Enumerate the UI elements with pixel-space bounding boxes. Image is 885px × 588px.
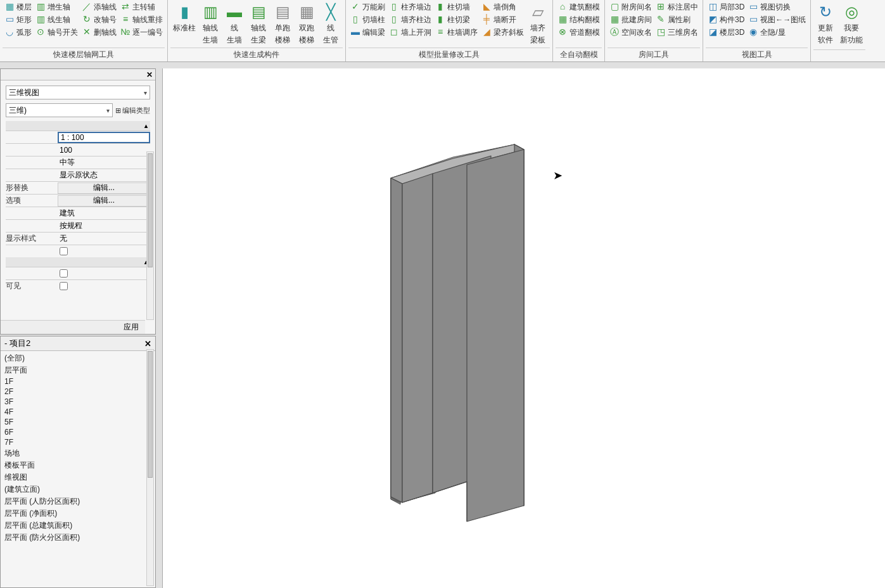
scrollbar[interactable] [146, 151, 154, 320]
btn-floor[interactable]: ▦楼层 [4, 1, 32, 13]
btn-batch-room[interactable]: ▦批建房间 [609, 14, 652, 25]
btn-brush[interactable]: ✓万能刷 [350, 1, 385, 13]
group-header[interactable]: ▴ [6, 121, 150, 131]
btn-axis-beam[interactable]: ▤轴线生梁 [246, 1, 271, 47]
checkbox-cell[interactable] [58, 281, 150, 292]
btn-delete-axis[interactable]: ✕删轴线 [82, 27, 117, 38]
btn-floor-3d[interactable]: ◪楼层3D [708, 27, 744, 38]
tree-node[interactable]: 2F [3, 387, 153, 397]
btn-cut-wall[interactable]: ▯切墙柱 [350, 14, 385, 25]
btn-struct-model[interactable]: ▦结构翻模 [557, 14, 600, 25]
btn-edit-beam[interactable]: ▬编辑梁 [350, 27, 385, 38]
view-name-selector[interactable]: 三维)▾ [6, 103, 113, 117]
btn-arch-model[interactable]: ⌂建筑翻模 [557, 1, 600, 13]
edit-type-button[interactable]: ⊞编辑类型 [115, 106, 150, 115]
apply-button[interactable]: 应用 [1, 320, 145, 334]
scrollbar-thumb[interactable] [148, 153, 153, 267]
btn-beam-slope[interactable]: ◢梁齐斜板 [481, 27, 524, 38]
scrollbar[interactable] [146, 349, 154, 586]
btn-wall-break[interactable]: ╪墙断开 [481, 14, 524, 25]
btn-3d-room-name[interactable]: ◳三维房名 [656, 27, 698, 38]
edit-button[interactable]: 编辑... [58, 182, 150, 194]
btn-axis-wall[interactable]: ▥轴线生墙 [198, 1, 222, 47]
btn-col-cut-beam[interactable]: ▮柱切梁 [435, 14, 478, 25]
btn-wall-align-col[interactable]: ▯墙齐柱边 [389, 14, 431, 25]
btn-single-stair[interactable]: ▤单跑楼梯 [271, 1, 295, 47]
style-value[interactable]: 无 [58, 233, 150, 245]
btn-main-aux[interactable]: ⇄主转辅 [120, 1, 163, 13]
viewport-3d[interactable]: ➤ [162, 68, 885, 588]
btn-wall-hole[interactable]: ◻墙上开洞 [389, 27, 431, 38]
btn-local-3d[interactable]: ◫局部3D [708, 1, 744, 13]
btn-hide-show[interactable]: ◉全隐/显 [748, 27, 806, 38]
scrollbar-thumb[interactable] [148, 351, 153, 478]
column-icon: ▮ [175, 3, 194, 22]
group-label: 快速生成构件 [170, 48, 343, 61]
btn-wall-align-beam[interactable]: ▱墙齐梁板 [526, 1, 550, 47]
group-label: 快速楼层轴网工具 [3, 48, 165, 61]
btn-center-tag[interactable]: ⊞标注居中 [656, 1, 698, 13]
btn-add-line[interactable]: ／添轴线 [82, 1, 117, 13]
btn-line-wall[interactable]: ▬线生墙 [222, 1, 246, 47]
btn-std-column[interactable]: ▮标准柱 [170, 1, 198, 35]
btn-reorder[interactable]: ≡轴线重排 [120, 14, 163, 25]
btn-renumber[interactable]: №逐一编号 [120, 27, 163, 38]
checkbox[interactable] [60, 269, 68, 278]
ribbon-group-view: ◫局部3D ◩构件3D ◪楼层3D ▭视图切换 ▭视图←→图纸 ◉全隐/显 视图… [703, 0, 811, 61]
btn-double-stair[interactable]: ▦双跑楼梯 [295, 1, 319, 47]
tree-node[interactable]: 4F [3, 407, 153, 417]
tree-node[interactable]: 层平面 (防火分区面积) [3, 532, 153, 544]
detail-value[interactable]: 中等 [58, 157, 150, 169]
btn-rect[interactable]: ▭矩形 [4, 14, 32, 25]
btn-col-align-wall[interactable]: ▯柱齐墙边 [389, 1, 431, 13]
checkbox-cell[interactable] [58, 268, 150, 279]
group-header[interactable]: ▴ [6, 257, 150, 267]
tree-node[interactable]: 层平面 (人防分区面积) [3, 495, 153, 508]
btn-room-name[interactable]: ▢附房间名 [609, 1, 652, 13]
btn-rename-axis[interactable]: ↻改轴号 [82, 14, 117, 25]
btn-wall-chamfer[interactable]: ◣墙倒角 [481, 1, 524, 13]
tree-node[interactable]: 7F [3, 437, 153, 447]
type-selector[interactable]: 三维视图▾ [6, 86, 150, 99]
tree-node[interactable]: 层平面 [3, 364, 153, 376]
btn-col-wall-order[interactable]: ≡柱墙调序 [435, 27, 478, 38]
btn-space-rename[interactable]: Ⓐ空间改名 [609, 27, 652, 38]
btn-view-sheet[interactable]: ▭视图←→图纸 [748, 14, 806, 25]
checkbox[interactable] [60, 247, 68, 255]
browser-titlebar[interactable]: - 项目2✕ [1, 336, 155, 351]
prop-row: 显示样式无 [6, 232, 150, 245]
checkbox[interactable] [60, 282, 68, 290]
tree-node[interactable]: 层平面 (总建筑面积) [3, 520, 153, 532]
btn-add-axis[interactable]: ▥增生轴 [35, 1, 78, 13]
btn-col-cut-wall[interactable]: ▮柱切墙 [435, 1, 478, 13]
tree-node[interactable]: 6F [3, 427, 153, 437]
panel-titlebar[interactable]: ✕ [1, 69, 155, 80]
visibility-value[interactable]: 显示原状态 [58, 170, 150, 181]
btn-line-pipe[interactable]: ╳线生管 [319, 1, 343, 47]
tree-node[interactable]: (建筑立面) [3, 483, 153, 495]
btn-prop-brush[interactable]: ✎属性刷 [656, 14, 698, 25]
btn-arc[interactable]: ◡弧形 [4, 27, 32, 38]
edit-button[interactable]: 编辑... [58, 195, 150, 207]
tree-node[interactable]: 场地 [3, 447, 153, 459]
discipline-value[interactable]: 建筑 [58, 208, 150, 219]
close-icon[interactable]: ✕ [144, 339, 151, 348]
btn-axis-toggle[interactable]: ⊙轴号开关 [35, 27, 78, 38]
scale-input[interactable]: 1 : 100 [58, 132, 150, 143]
btn-feature-request[interactable]: ◎我要新功能 [837, 1, 865, 47]
btn-element-3d[interactable]: ◩构件3D [708, 14, 744, 25]
tree-node[interactable]: 5F [3, 417, 153, 427]
tree-node[interactable]: 层平面 (净面积) [3, 508, 153, 520]
checkbox-cell[interactable] [58, 246, 150, 257]
btn-pipe-model[interactable]: ⊗管道翻模 [557, 27, 600, 38]
tree-node[interactable]: 维视图 [3, 471, 153, 483]
tree-node[interactable]: 楼板平面 [3, 459, 153, 471]
hidden-value[interactable]: 按规程 [58, 220, 150, 232]
tree-node[interactable]: 3F [3, 397, 153, 407]
btn-line-axis[interactable]: ▥线生轴 [35, 14, 78, 25]
tree-node[interactable]: (全部) [3, 352, 153, 364]
close-icon[interactable]: ✕ [146, 70, 153, 79]
btn-view-switch[interactable]: ▭视图切换 [748, 1, 806, 13]
btn-update[interactable]: ↻更新软件 [813, 1, 837, 47]
tree-node[interactable]: 1F [3, 376, 153, 387]
